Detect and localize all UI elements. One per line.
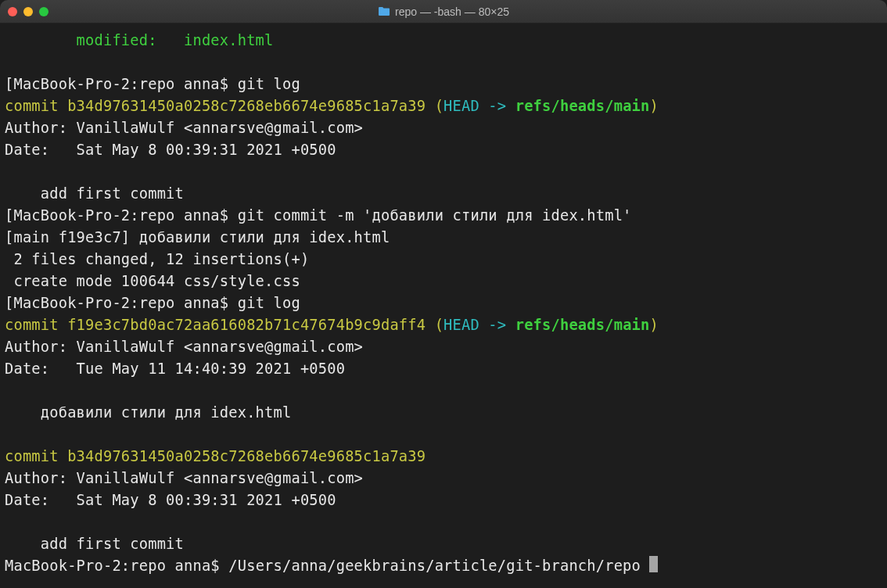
prompt: MacBook-Pro-2:repo anna$ (13, 295, 237, 311)
date-line: Date: Sat May 8 00:39:31 2021 +0500 (5, 142, 336, 158)
terminal-output[interactable]: modified: index.html [MacBook-Pro-2:repo… (0, 23, 887, 588)
commit-message: add first commit (5, 536, 184, 552)
command: git commit -m 'добавили стили для idex.h… (238, 207, 632, 224)
ref-main: refs/heads/main (515, 317, 650, 333)
commit-output: 2 files changed, 12 insertions(+) (5, 251, 309, 267)
paren-open: ( (426, 98, 444, 114)
date-line: Date: Tue May 11 14:40:39 2021 +0500 (5, 360, 345, 377)
commit-message: add first commit (5, 185, 184, 202)
commit-hash: commit f19e3c7bd0ac72aa616082b71c47674b9… (5, 317, 426, 333)
ref-main: refs/heads/main (515, 98, 650, 114)
terminal-window: repo — -bash — 80×25 modified: index.htm… (0, 0, 887, 588)
date-line: Date: Sat May 8 00:39:31 2021 +0500 (5, 492, 336, 508)
folder-icon (378, 6, 390, 16)
author-line: Author: VanillaWulf <annarsve@gmail.com> (5, 470, 363, 486)
bracket: [ (5, 207, 13, 224)
window-title-text: repo — -bash — 80×25 (395, 5, 509, 18)
titlebar[interactable]: repo — -bash — 80×25 (0, 0, 887, 23)
window-title: repo — -bash — 80×25 (378, 5, 509, 18)
traffic-lights (8, 7, 48, 16)
prompt: MacBook-Pro-2:repo anna$ (5, 558, 228, 574)
command: git log (238, 295, 300, 311)
current-path: /Users/anna/geekbrains/article/git-branc… (228, 558, 649, 574)
cursor (649, 556, 658, 572)
bracket: [ (5, 76, 13, 92)
minimize-button[interactable] (23, 7, 33, 16)
commit-output: [main f19e3c7] добавили стили для idex.h… (5, 229, 390, 246)
close-button[interactable] (8, 7, 17, 16)
commit-hash: commit b34d97631450a0258c7268eb6674e9685… (5, 98, 426, 114)
maximize-button[interactable] (39, 7, 48, 16)
paren-close: ) (649, 317, 658, 333)
paren-open: ( (426, 317, 444, 333)
author-line: Author: VanillaWulf <annarsve@gmail.com> (5, 120, 363, 136)
prompt: MacBook-Pro-2:repo anna$ (13, 76, 237, 92)
commit-hash: commit b34d97631450a0258c7268eb6674e9685… (5, 448, 426, 464)
bracket: [ (5, 295, 13, 311)
command: git log (238, 76, 300, 92)
paren-close: ) (649, 98, 658, 114)
head-arrow: HEAD -> (444, 98, 515, 114)
author-line: Author: VanillaWulf <annarsve@gmail.com> (5, 339, 363, 355)
commit-output: create mode 100644 css/style.css (5, 273, 300, 289)
prompt: MacBook-Pro-2:repo anna$ (13, 207, 237, 224)
head-arrow: HEAD -> (444, 317, 515, 333)
commit-message: добавили стили для idex.html (5, 404, 291, 421)
status-modified-line: modified: index.html (5, 32, 274, 48)
